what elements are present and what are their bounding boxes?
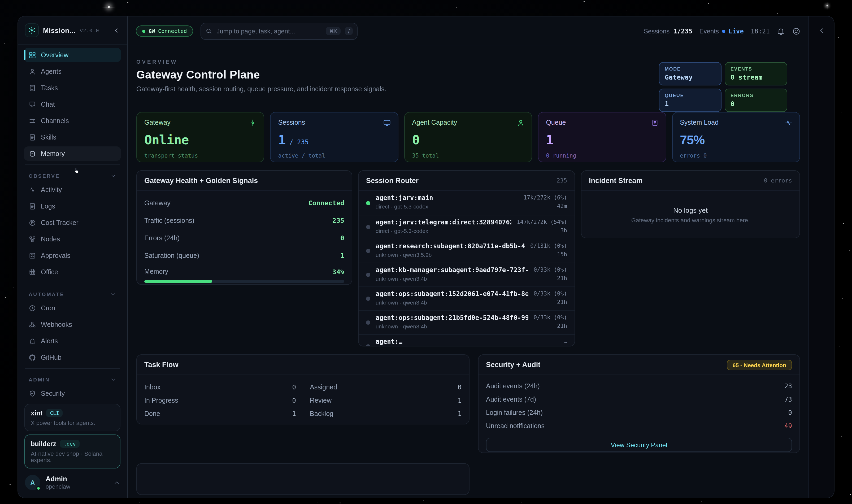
right-rail — [809, 16, 834, 498]
session-age: 21h — [534, 275, 567, 281]
session-row[interactable]: agent:kb-manager:subagent:9aed797e-723f-… — [359, 263, 575, 287]
session-row[interactable]: agent:ops:subagent:152d2061-e074-41fb-8e… — [359, 287, 575, 310]
file-icon — [29, 84, 36, 91]
session-row[interactable]: agent:research:subagent:820a711e-db5b-4e… — [359, 239, 575, 263]
user-name: Admin — [46, 475, 70, 483]
stat-gateway: Gateway Online transport status — [137, 112, 265, 162]
stat-cards: Gateway Online transport status Sessions… — [137, 112, 800, 162]
avatar-initial: A — [30, 479, 35, 486]
sidebar-item-logs[interactable]: Logs — [24, 199, 121, 213]
brand-version: v2.0.0 — [79, 27, 99, 33]
session-meta: unknown · qwen3:4b — [376, 275, 528, 282]
events-label: Events — [700, 27, 719, 35]
session-meta: unknown · qwen3:4b — [376, 323, 528, 329]
sidebar-item-github[interactable]: GitHub — [24, 350, 121, 364]
promo-title: builderz — [31, 440, 56, 448]
promo-card-builderz[interactable]: builderz .dev AI-native dev shop · Solan… — [24, 434, 121, 468]
status-dot — [142, 30, 145, 33]
bell-icon[interactable] — [777, 27, 785, 35]
sidebar-item-overview[interactable]: Overview — [24, 48, 121, 62]
page-title: Gateway Control Plane — [137, 69, 386, 81]
section-admin[interactable]: ADMIN — [24, 373, 121, 386]
chip-events: EVENTS 0 stream — [725, 62, 787, 85]
session-row[interactable]: agent:ops:subagent:21b5fd0e-524b-48f0-99… — [359, 310, 575, 334]
sidebar-item-channels[interactable]: Channels — [24, 113, 121, 128]
chip-errors: ERRORS 0 — [725, 89, 787, 112]
chat-icon — [29, 101, 36, 108]
divider — [25, 368, 120, 369]
sidebar-item-office[interactable]: Office — [24, 265, 121, 279]
brand-name: Mission... — [43, 26, 75, 34]
help-smiley-icon[interactable] — [792, 27, 800, 35]
sidebar-collapse-icon[interactable] — [113, 27, 120, 34]
calendar-icon — [29, 268, 36, 276]
user-org: openclaw — [46, 483, 70, 490]
sidebar-item-webhooks[interactable]: Webhooks — [24, 317, 121, 331]
session-meta: unknown · qwen3:4b — [376, 299, 528, 306]
sidebar-header: Mission... v2.0.0 — [18, 16, 127, 44]
sidebar-item-agents[interactable]: Agents — [24, 64, 121, 78]
session-row-partial[interactable]: agent:… … — [359, 334, 575, 346]
session-status-dot — [366, 344, 370, 346]
section-label: OBSERVE — [29, 173, 60, 179]
sidebar-item-alerts[interactable]: Alerts — [24, 334, 121, 348]
sidebar-item-nodes[interactable]: Nodes — [24, 232, 121, 246]
sidebar-item-tasks[interactable]: Tasks — [24, 80, 121, 95]
chip-value: 0 stream — [730, 73, 781, 81]
sidebar-item-chat[interactable]: Chat — [24, 97, 121, 111]
sidebar-item-label: Security — [41, 390, 65, 397]
view-security-panel-button[interactable]: View Security Panel — [486, 438, 792, 452]
sidebar-item-label: Activity — [41, 186, 62, 193]
section-automate[interactable]: AUTOMATE — [24, 287, 121, 301]
page-content: OVERVIEW Gateway Control Plane Gateway-f… — [128, 46, 809, 498]
live-indicator: Live — [722, 27, 744, 35]
live-dot — [722, 30, 725, 33]
sidebar-item-cron[interactable]: Cron — [24, 301, 121, 315]
expand-panel-chevron-icon[interactable] — [818, 27, 825, 35]
sidebar-item-approvals[interactable]: Approvals — [24, 248, 121, 263]
transport-icon — [249, 119, 257, 127]
main-area: GW Connected ⌘K / Sessions 1/235 Events … — [128, 16, 809, 498]
activity-icon — [29, 186, 36, 193]
chip-queue: QUEUE 1 — [659, 89, 722, 112]
global-search[interactable]: ⌘K / — [201, 22, 358, 39]
chip-value: Gateway — [665, 73, 715, 81]
session-count: 235 — [557, 177, 567, 184]
session-row[interactable]: agent:jarv:telegram:direct:328940762 dir… — [359, 215, 575, 239]
section-observe[interactable]: OBSERVE — [24, 169, 121, 182]
session-usage: 17k/272k (6%) — [524, 194, 567, 200]
session-row[interactable]: agent:jarv:main direct · gpt-5.3-codex 1… — [359, 191, 575, 215]
sidebar-item-label: Office — [41, 268, 58, 276]
sidebar-item-label: Skills — [41, 133, 56, 141]
memory-bar-fill — [144, 280, 212, 283]
list-icon — [651, 119, 659, 127]
stat-sub: 35 total — [412, 152, 524, 159]
sidebar-item-activity[interactable]: Activity — [24, 182, 121, 197]
sidebar-item-memory[interactable]: Memory — [24, 146, 121, 161]
user-menu[interactable]: A Admin openclaw — [18, 468, 127, 498]
needs-attention-badge: 65 - Needs Attention — [727, 359, 792, 370]
sidebar-item-cost-tracker[interactable]: Cost Tracker — [24, 215, 121, 230]
promo-badge: .dev — [60, 440, 79, 448]
stat-value: 1 / 235 — [278, 133, 391, 147]
file-icon — [29, 202, 36, 210]
bright-star — [108, 6, 110, 8]
stat-value-secondary: / 235 — [286, 139, 309, 146]
session-age: 21h — [534, 323, 567, 329]
sidebar-item-security[interactable]: Security — [24, 386, 121, 400]
header-chips: MODE Gateway EVENTS 0 stream QUEUE 1 E — [659, 62, 787, 112]
health-row: Traffic (sessions) 235 — [144, 212, 344, 229]
chevron-up-icon — [113, 479, 120, 486]
session-age: 21h — [534, 299, 567, 305]
sidebar-item-skills[interactable]: Skills — [24, 130, 121, 144]
session-age: 3h — [517, 227, 567, 233]
promo-description: X power tools for agents. — [31, 420, 114, 426]
promo-card-xint[interactable]: xint CLI X power tools for agents. — [24, 404, 121, 431]
gw-label: Connected — [158, 28, 187, 34]
session-status-dot — [366, 296, 370, 301]
sidebar-item-label: Agents — [41, 68, 61, 75]
shortcut-cmdk: ⌘K — [326, 27, 341, 35]
stat-queue: Queue 1 0 running — [538, 112, 666, 162]
stat-sub: transport status — [144, 152, 256, 159]
search-input[interactable] — [216, 27, 322, 35]
